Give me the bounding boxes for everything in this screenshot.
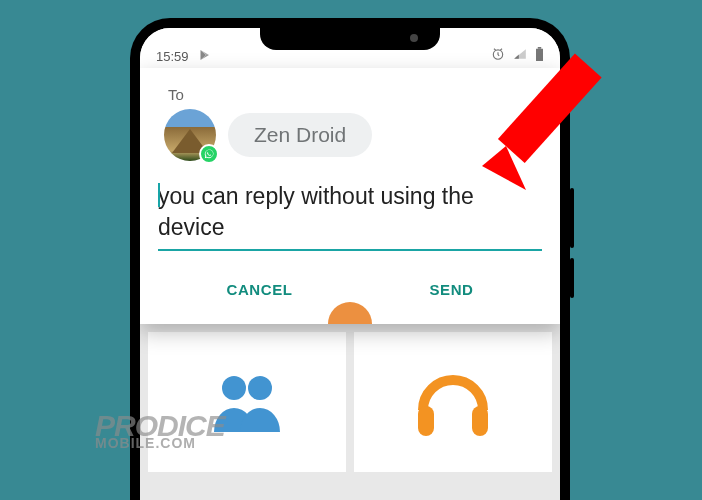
send-button[interactable]: SEND	[409, 273, 493, 306]
headphones-icon	[413, 366, 493, 438]
svg-rect-1	[538, 47, 542, 49]
watermark: PRODICE MOBILE.COM	[95, 413, 225, 450]
phone-notch	[260, 28, 440, 50]
annotation-arrow-icon	[470, 50, 610, 204]
recipient-avatar[interactable]	[164, 109, 216, 161]
phone-side-button	[570, 258, 574, 298]
status-time: 15:59	[156, 49, 189, 64]
svg-point-3	[222, 376, 246, 400]
svg-rect-5	[418, 406, 434, 436]
app-card-contacts[interactable]	[148, 332, 346, 472]
recipient-chip[interactable]: Zen Droid	[228, 113, 372, 157]
app-card-music[interactable]	[354, 332, 552, 472]
play-store-icon	[199, 49, 211, 64]
cancel-button[interactable]: CANCEL	[206, 273, 312, 306]
whatsapp-badge-icon	[199, 144, 219, 164]
svg-rect-6	[472, 406, 488, 436]
svg-point-4	[248, 376, 272, 400]
svg-rect-8	[498, 53, 602, 163]
partial-app-icon	[328, 300, 372, 328]
